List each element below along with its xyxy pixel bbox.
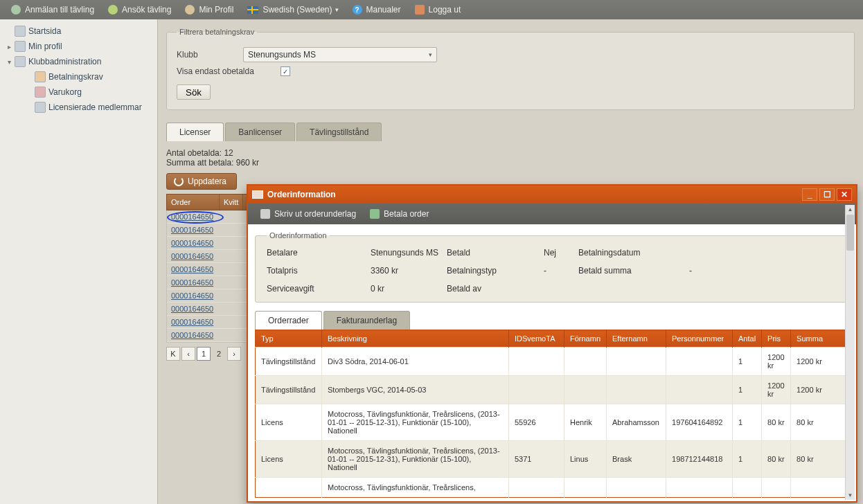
nav-register-competition[interactable]: Anmälan till tävling — [4, 0, 101, 19]
pager-prev[interactable]: ‹ — [181, 347, 195, 361]
order-link[interactable]: 0000164650 — [171, 278, 213, 287]
nav-apply-label: Ansök tävling — [122, 5, 171, 15]
tree-home[interactable]: Startsida — [1, 24, 156, 39]
nav-apply-competition[interactable]: Ansök tävling — [101, 0, 178, 19]
cell-descr: Motocross, Tävlingsfunktionär, Treårslic… — [322, 441, 509, 478]
nav-manuals-label: Manualer — [366, 5, 401, 15]
cell-qty: 1 — [733, 441, 762, 478]
order-link[interactable]: 0000164650 — [171, 331, 213, 339]
cell-first — [564, 376, 607, 404]
tree-home-label: Startsida — [28, 26, 61, 36]
cell-qty — [733, 478, 762, 498]
paytype-value: - — [544, 266, 578, 276]
col-type[interactable]: Typ — [256, 330, 322, 348]
cell-id — [509, 376, 564, 404]
order-link[interactable]: 0000164650 — [171, 239, 213, 247]
tab-invoicebasis[interactable]: Fakturaunderlag — [323, 311, 410, 330]
print-label: Skriv ut orderunderlag — [274, 209, 356, 219]
collapse-icon[interactable]: ▾ — [6, 58, 13, 66]
cell-sum: 80 kr — [791, 404, 849, 441]
cart-icon — [35, 87, 46, 98]
table-row[interactable]: TävlingstillståndDiv3 Södra, 2014-06-011… — [256, 348, 849, 376]
cell-type — [256, 478, 322, 498]
scroll-thumb[interactable] — [846, 215, 854, 251]
tab-tavlingstillstand[interactable]: Tävlingstillstånd — [296, 123, 382, 141]
col-qty[interactable]: Antal — [733, 330, 762, 348]
club-icon — [15, 56, 26, 67]
dialog-title: Orderinformation — [267, 190, 336, 199]
order-link[interactable]: 0000164650 — [171, 252, 213, 260]
onlyunpaid-checkbox[interactable]: ✓ — [281, 66, 290, 76]
tab-banlicenser[interactable]: Banlicenser — [225, 123, 295, 141]
tree-club-admin[interactable]: ▾Klubbadministration — [1, 54, 156, 69]
order-link[interactable]: 0000164650 — [171, 318, 213, 326]
pager-next[interactable]: › — [227, 347, 241, 361]
table-row[interactable]: LicensMotocross, Tävlingsfunktionär, Tre… — [256, 404, 849, 441]
wand-icon — [108, 5, 118, 15]
pager-page-2[interactable]: 2 — [212, 347, 226, 361]
col-price[interactable]: Pris — [762, 330, 791, 348]
person-icon — [15, 41, 26, 52]
club-select[interactable]: Stenungsunds MS▾ — [243, 47, 437, 62]
nav-language[interactable]: Swedish (Sweden)▾ — [240, 0, 345, 19]
table-row[interactable]: TävlingstillståndStombergs VGC, 2014-05-… — [256, 376, 849, 404]
refresh-icon — [174, 177, 184, 186]
maximize-button[interactable]: ☐ — [819, 188, 835, 201]
cell-price: 80 kr — [762, 404, 791, 441]
nav-my-profile[interactable]: Min Profil — [178, 0, 240, 19]
total-value: 3360 kr — [371, 266, 447, 276]
tree-licensed-members[interactable]: Licensierade medlemmar — [1, 100, 156, 115]
cell-type: Tävlingstillstånd — [256, 376, 322, 404]
order-link[interactable]: 0000164650 — [171, 213, 213, 221]
cell-pnr: 197604164892 — [666, 404, 733, 441]
table-row[interactable]: LicensMotocross, Tävlingsfunktionär, Tre… — [256, 441, 849, 478]
tab-licenser[interactable]: Licenser — [166, 123, 224, 141]
pay-order-button[interactable]: Betala order — [363, 204, 436, 224]
scroll-up-icon[interactable]: ▲ — [846, 205, 855, 214]
paid-value: Nej — [544, 248, 578, 258]
col-kvitt[interactable]: Kvitt — [220, 195, 243, 210]
nav-manuals[interactable]: ?Manualer — [346, 0, 408, 19]
col-sum[interactable]: Summa — [791, 330, 849, 348]
orderlines-table: Typ Beskrivning IDSvemoTA Förnamn Eftern… — [255, 330, 849, 498]
cell-sum: 80 kr — [791, 441, 849, 478]
cell-price: 1200 kr — [762, 348, 791, 376]
close-button[interactable]: ✕ — [837, 188, 852, 201]
print-order-button[interactable]: Skriv ut orderunderlag — [253, 204, 363, 224]
fee-label: Serviceavgift — [267, 284, 371, 294]
order-link[interactable]: 0000164650 — [171, 226, 213, 234]
col-last[interactable]: Efternamn — [607, 330, 666, 348]
pager-page-1[interactable]: 1 — [197, 347, 211, 361]
table-row[interactable]: Motocross, Tävlingsfunktionär, Treårslic… — [256, 478, 849, 498]
pager-first[interactable]: K — [166, 347, 180, 361]
tabs: Licenser Banlicenser Tävlingstillstånd — [166, 123, 855, 141]
col-order[interactable]: Order — [167, 195, 220, 210]
order-info-dialog: Orderinformation _ ☐ ✕ Skriv ut orderund… — [247, 184, 857, 503]
col-first[interactable]: Förnamn — [564, 330, 607, 348]
invoice-icon — [35, 71, 46, 82]
order-link[interactable]: 0000164650 — [171, 305, 213, 313]
col-descr[interactable]: Beskrivning — [322, 330, 509, 348]
col-pnr[interactable]: Personnummer — [666, 330, 733, 348]
col-id[interactable]: IDSvemoTA — [509, 330, 564, 348]
dialog-scrollbar[interactable]: ▲ ▼ — [845, 205, 855, 500]
expand-icon[interactable]: ▸ — [6, 43, 13, 51]
members-icon — [35, 102, 46, 113]
minimize-button[interactable]: _ — [802, 188, 817, 201]
tab-orderlines[interactable]: Orderrader — [255, 311, 322, 330]
refresh-button[interactable]: Uppdatera — [166, 173, 237, 190]
tree-payment-requests[interactable]: Betalningskrav — [1, 69, 156, 84]
scroll-down-icon[interactable]: ▼ — [846, 491, 855, 500]
tree-my-profile[interactable]: ▸Min profil — [1, 39, 156, 54]
paidsum-label: Betald summa — [578, 266, 689, 276]
payer-value: Stenungsunds MS — [371, 248, 447, 258]
flag-sweden-icon — [247, 6, 258, 14]
tree-cart[interactable]: Varukorg — [1, 84, 156, 100]
cell-qty: 1 — [733, 404, 762, 441]
order-link[interactable]: 0000164650 — [171, 265, 213, 273]
search-button[interactable]: Sök — [177, 84, 211, 100]
dialog-titlebar[interactable]: Orderinformation _ ☐ ✕ — [248, 186, 856, 204]
nav-logout[interactable]: Logga ut — [408, 0, 468, 19]
order-link[interactable]: 0000164650 — [171, 291, 213, 300]
summary-sum: Summa att betala: 960 kr — [166, 158, 855, 168]
